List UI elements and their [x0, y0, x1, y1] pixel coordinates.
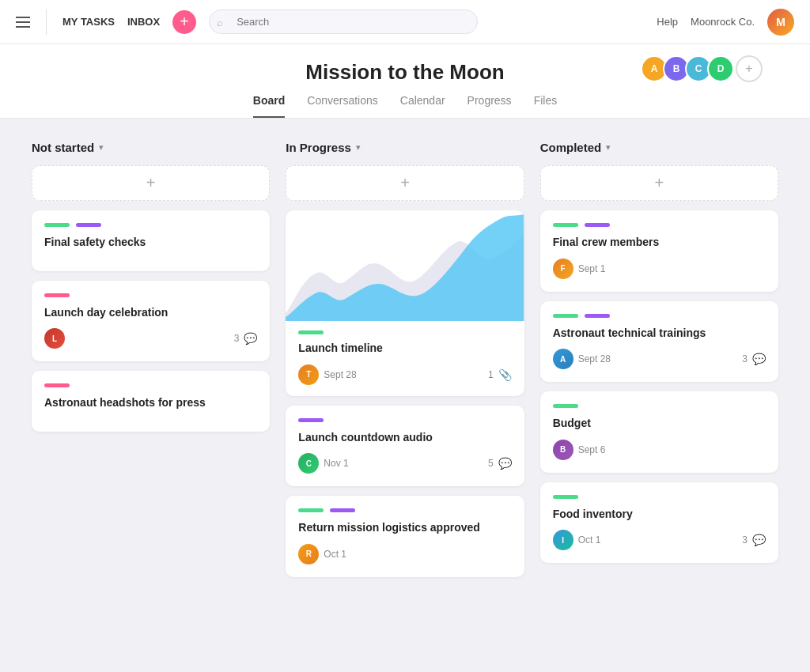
card-footer: T Sept 28 1 📎 — [298, 364, 511, 385]
card-date: Sept 28 — [578, 353, 611, 364]
card-title-technical-trainings: Astronaut technical trainings — [553, 326, 766, 342]
card-title-launch-day: Launch day celebration — [44, 305, 257, 321]
comment-icon: 💬 — [244, 332, 257, 345]
tab-progress[interactable]: Progress — [467, 94, 512, 118]
tab-conversations[interactable]: Conversations — [307, 94, 378, 118]
card-return-mission-logistics: Return mission logistics approved R Oct … — [286, 496, 524, 577]
card-tags — [553, 495, 766, 499]
card-footer: C Nov 1 5 💬 — [298, 453, 511, 474]
card-meta: L — [44, 328, 65, 349]
chart-card-body: Launch timeline T Sept 28 1 📎 — [286, 321, 524, 396]
card-astronaut-technical-trainings: Astronaut technical trainings A Sept 28 … — [540, 301, 778, 383]
project-header-wrapper: Mission to the Moon A B C D + Board Conv… — [0, 44, 810, 119]
tag-purple — [298, 418, 324, 422]
nav-search-container: ⌕ — [209, 9, 478, 34]
card-comment-count: 5 — [488, 458, 494, 469]
tag-purple — [585, 223, 610, 227]
card-avatar: F — [553, 259, 573, 279]
card-comment-count: 3 — [742, 534, 748, 546]
column-not-started: Not started ▾ + Final safety checks Laun… — [32, 141, 270, 441]
add-card-not-started[interactable]: + — [32, 165, 270, 201]
column-chevron-completed[interactable]: ▾ — [606, 142, 611, 153]
card-date: Nov 1 — [324, 458, 348, 469]
card-avatar: C — [298, 453, 319, 474]
card-avatar: B — [553, 440, 573, 460]
card-title-launch-timeline: Launch timeline — [298, 341, 511, 357]
column-title-completed: Completed — [540, 141, 602, 154]
attach-icon: 📎 — [498, 368, 512, 381]
column-completed: Completed ▾ + Final crew members F Sept … — [540, 141, 778, 572]
chart-card-tags — [298, 330, 511, 334]
card-final-crew-members: Final crew members F Sept 1 — [540, 210, 778, 292]
nav-right: Help Moonrock Co. M — [657, 9, 794, 36]
nav-inbox[interactable]: INBOX — [127, 16, 160, 28]
card-actions: 3 💬 — [742, 353, 766, 365]
card-footer: L 3 💬 — [44, 328, 257, 349]
search-icon: ⌕ — [217, 16, 223, 28]
project-avatars-row: A B C D + — [641, 55, 763, 82]
search-input[interactable] — [209, 9, 478, 34]
tab-board[interactable]: Board — [253, 94, 285, 118]
card-date: Oct 1 — [578, 534, 601, 546]
card-tags — [553, 404, 766, 408]
column-chevron-in-progress[interactable]: ▾ — [356, 142, 361, 153]
tag-pink — [44, 293, 70, 297]
add-member-button[interactable]: + — [736, 55, 763, 82]
card-meta: F Sept 1 — [553, 259, 606, 279]
comment-icon: 💬 — [752, 534, 766, 546]
tab-calendar[interactable]: Calendar — [400, 94, 445, 118]
user-avatar[interactable]: M — [767, 9, 794, 36]
card-launch-day-celebration: Launch day celebration L 3 💬 — [32, 281, 270, 362]
card-title-food-inventory: Food inventory — [553, 507, 766, 523]
card-tags — [44, 293, 257, 297]
card-meta: I Oct 1 — [553, 530, 601, 550]
card-footer: I Oct 1 3 💬 — [553, 530, 766, 550]
nav-my-tasks[interactable]: MY TASKS — [62, 16, 115, 28]
column-in-progress: In Progress ▾ + Launch timeline — [286, 141, 524, 587]
card-attach-count: 1 — [488, 369, 494, 380]
card-footer: F Sept 1 — [553, 259, 766, 279]
tag-green — [298, 330, 324, 334]
card-avatar: L — [44, 328, 65, 349]
add-card-in-progress[interactable]: + — [286, 165, 524, 201]
card-comment-count: 3 — [742, 353, 748, 364]
topnav: MY TASKS INBOX + ⌕ Help Moonrock Co. M — [0, 0, 810, 44]
card-title-crew-members: Final crew members — [553, 235, 766, 251]
card-date: Sept 28 — [324, 369, 356, 380]
card-tags — [44, 223, 257, 227]
tag-purple — [76, 223, 101, 227]
add-card-completed[interactable]: + — [540, 165, 778, 201]
card-avatar: R — [298, 544, 319, 564]
card-avatar: A — [553, 349, 573, 369]
chart-area — [286, 210, 524, 321]
card-title-budget: Budget — [553, 416, 766, 432]
tag-green — [298, 508, 324, 512]
tag-pink — [44, 383, 70, 387]
card-footer: R Oct 1 — [298, 544, 511, 564]
card-actions: 3 💬 — [742, 534, 766, 546]
project-avatar-3[interactable]: D — [707, 55, 734, 82]
hamburger-menu[interactable] — [16, 17, 30, 28]
tag-purple — [585, 314, 610, 318]
column-header-completed: Completed ▾ — [540, 141, 778, 154]
nav-add-button[interactable]: + — [172, 10, 196, 34]
comment-icon: 💬 — [498, 457, 512, 470]
card-tags — [553, 223, 766, 227]
tag-purple — [330, 508, 355, 512]
column-header-in-progress: In Progress ▾ — [286, 141, 524, 154]
column-chevron-not-started[interactable]: ▾ — [99, 142, 104, 153]
board: Not started ▾ + Final safety checks Laun… — [0, 119, 810, 609]
help-link[interactable]: Help — [657, 16, 678, 28]
card-food-inventory: Food inventory I Oct 1 3 💬 — [540, 482, 778, 564]
card-tags — [44, 383, 257, 387]
card-date: Sept 6 — [578, 444, 606, 455]
card-actions: 5 💬 — [488, 457, 512, 470]
tab-files[interactable]: Files — [534, 94, 558, 118]
card-tags — [298, 508, 511, 512]
tag-green — [553, 404, 578, 408]
card-tags — [298, 418, 511, 422]
card-tags — [553, 314, 766, 318]
card-meta: R Oct 1 — [298, 544, 346, 564]
card-avatar: T — [298, 364, 319, 385]
card-title-return-mission: Return mission logistics approved — [298, 520, 511, 536]
